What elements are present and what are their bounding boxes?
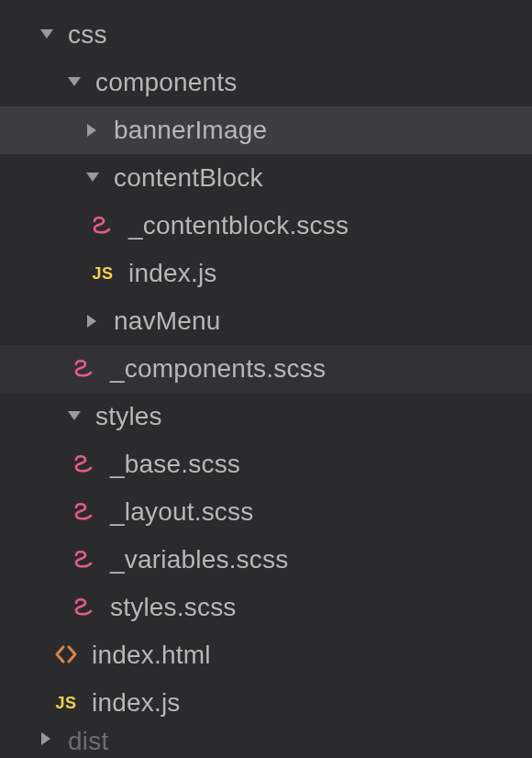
chevron-down-icon (39, 27, 55, 43)
sass-icon (90, 213, 116, 239)
folder-label: components (95, 68, 238, 97)
file-label: _variables.scss (110, 545, 288, 574)
folder-label: contentBlock (114, 163, 263, 193)
folder-navMenu[interactable]: navMenu (0, 297, 532, 345)
file-index-js[interactable]: JS index.js (0, 679, 532, 727)
folder-label: styles (95, 402, 162, 431)
file-label: index.js (128, 259, 217, 288)
sass-icon (72, 451, 97, 477)
file-contentblock-scss[interactable]: _contentblock.scss (0, 202, 532, 250)
sass-icon (72, 547, 97, 573)
folder-contentBlock[interactable]: contentBlock (0, 154, 532, 202)
file-label: _components.scss (110, 354, 326, 384)
chevron-down-icon (84, 170, 101, 186)
file-label: index.html (92, 641, 211, 670)
file-label: _base.scss (110, 450, 240, 479)
file-label: styles.scss (110, 593, 237, 622)
file-label: _contentblock.scss (128, 211, 349, 240)
folder-styles[interactable]: styles (0, 393, 532, 440)
file-base-scss[interactable]: _base.scss (0, 440, 532, 488)
file-label: _layout.scss (110, 497, 253, 527)
chevron-down-icon (66, 408, 83, 425)
folder-components[interactable]: components (0, 59, 532, 106)
js-icon: JS (90, 261, 116, 286)
html-icon (53, 642, 79, 668)
chevron-right-icon (84, 313, 101, 329)
chevron-right-icon (84, 122, 101, 139)
chevron-right-icon (39, 730, 55, 747)
folder-label: css (68, 20, 107, 50)
folder-dist[interactable]: dist (0, 727, 532, 754)
folder-css[interactable]: css (0, 11, 532, 59)
file-index-html[interactable]: index.html (0, 631, 532, 679)
folder-bannerImage[interactable]: bannerImage (0, 106, 532, 154)
folder-label: navMenu (114, 307, 221, 336)
folder-label: dist (68, 727, 108, 754)
js-icon: JS (53, 690, 79, 716)
file-components-scss[interactable]: _components.scss (0, 345, 532, 393)
file-tree: css components bannerImage contentBlock … (0, 0, 532, 754)
sass-icon (72, 595, 97, 620)
chevron-down-icon (66, 74, 83, 91)
sass-icon (72, 356, 97, 382)
file-contentblock-indexjs[interactable]: JS index.js (0, 250, 532, 297)
file-variables-scss[interactable]: _variables.scss (0, 536, 532, 584)
file-label: index.js (92, 688, 181, 718)
file-styles-scss[interactable]: styles.scss (0, 584, 532, 631)
file-layout-scss[interactable]: _layout.scss (0, 488, 532, 536)
sass-icon (72, 499, 97, 525)
folder-label: bannerImage (114, 116, 267, 145)
